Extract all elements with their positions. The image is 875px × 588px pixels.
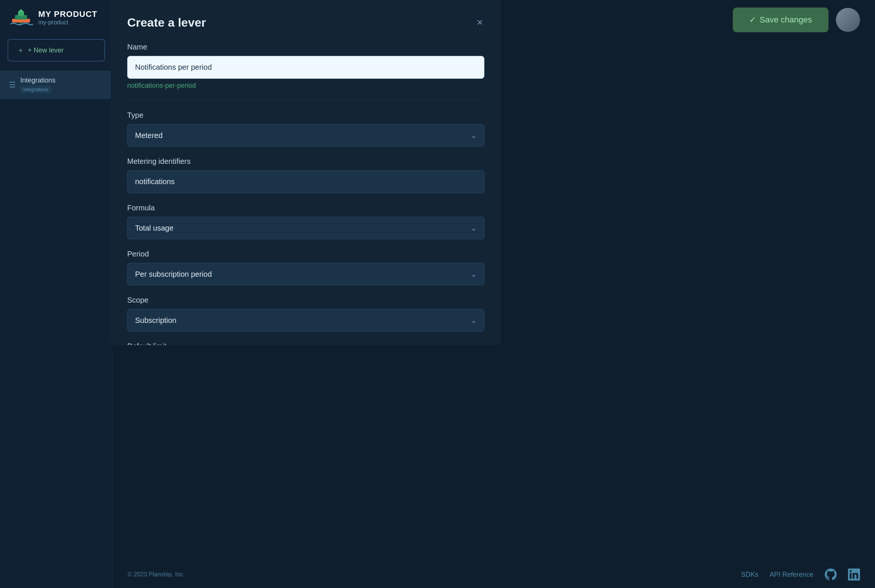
metering-field-group: Metering identifiers: [127, 157, 484, 193]
metering-label: Metering identifiers: [127, 157, 484, 166]
modal-close-button[interactable]: ×: [475, 15, 484, 30]
sidebar-logo: MY PRODUCT my-product: [0, 8, 113, 39]
create-lever-modal: Create a lever × Name notifications-per-…: [111, 0, 501, 345]
sidebar-item-content: Integrations integrations: [20, 76, 56, 93]
sidebar: MY PRODUCT my-product ＋ + New lever ☰ In…: [0, 0, 113, 588]
new-lever-icon: ＋: [17, 46, 24, 55]
svg-marker-3: [18, 9, 24, 12]
metering-input[interactable]: [127, 170, 484, 193]
divider-1: [127, 100, 484, 100]
footer: © 2023 Planship, Inc. SDKs API Reference: [113, 568, 875, 580]
name-slug-hint: notifications-per-period: [127, 82, 484, 90]
app-subtitle: my-product: [38, 19, 98, 26]
scope-field-group: Scope Subscription Account User ⌄: [127, 296, 484, 332]
formula-select[interactable]: Total usage Max value Last value: [127, 217, 484, 239]
sidebar-item-badge: integrations: [20, 86, 51, 93]
logo-text: MY PRODUCT my-product: [38, 9, 98, 26]
avatar[interactable]: [836, 8, 860, 32]
footer-link-sdks[interactable]: SDKs: [741, 571, 758, 579]
top-bar: ✓ Save changes: [718, 0, 875, 40]
new-lever-button[interactable]: ＋ + New lever: [8, 39, 105, 62]
modal-title: Create a lever: [127, 16, 206, 30]
type-select-wrapper: Metered Boolean Configuration ⌄: [127, 124, 484, 147]
avatar-image: [836, 8, 860, 32]
name-label: Name: [127, 43, 484, 51]
name-input[interactable]: [127, 56, 484, 79]
github-icon[interactable]: [825, 568, 837, 580]
scope-select[interactable]: Subscription Account User: [127, 309, 484, 332]
copyright-text: © 2023 Planship, Inc.: [128, 571, 185, 578]
type-label: Type: [127, 111, 484, 120]
footer-link-api-reference[interactable]: API Reference: [770, 571, 813, 579]
save-icon: ✓: [749, 15, 756, 25]
save-changes-label: Save changes: [760, 15, 812, 25]
default-limit-field-group: Default limit: [127, 342, 484, 345]
modal-header: Create a lever ×: [127, 15, 484, 30]
scope-label: Scope: [127, 296, 484, 304]
period-select[interactable]: Per subscription period Per calendar mon…: [127, 263, 484, 285]
integrations-icon: ☰: [9, 80, 16, 89]
period-select-wrapper: Per subscription period Per calendar mon…: [127, 263, 484, 285]
scope-select-wrapper: Subscription Account User ⌄: [127, 309, 484, 332]
type-select[interactable]: Metered Boolean Configuration: [127, 124, 484, 147]
default-limit-label: Default limit: [127, 342, 484, 345]
type-field-group: Type Metered Boolean Configuration ⌄: [127, 111, 484, 147]
formula-select-wrapper: Total usage Max value Last value ⌄: [127, 217, 484, 239]
sidebar-item-integrations[interactable]: ☰ Integrations integrations: [0, 70, 113, 99]
period-label: Period: [127, 250, 484, 258]
save-changes-button[interactable]: ✓ Save changes: [733, 8, 828, 32]
linkedin-icon[interactable]: [848, 568, 860, 580]
name-field-group: Name notifications-per-period: [127, 43, 484, 90]
app-title: MY PRODUCT: [38, 9, 98, 19]
formula-label: Formula: [127, 204, 484, 212]
sidebar-item-label: Integrations: [20, 76, 56, 84]
new-lever-label: + New lever: [28, 46, 64, 54]
footer-links: SDKs API Reference: [741, 568, 860, 580]
logo-icon: [9, 8, 33, 28]
period-field-group: Period Per subscription period Per calen…: [127, 250, 484, 285]
formula-field-group: Formula Total usage Max value Last value…: [127, 204, 484, 239]
